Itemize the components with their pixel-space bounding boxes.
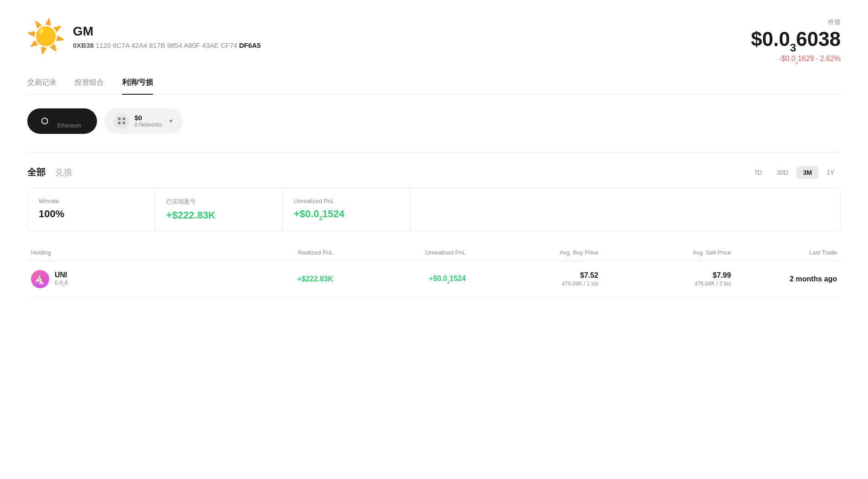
tab-pnl[interactable]: 利润/亏损 (122, 78, 153, 95)
winrate-cell: Winrate 100% (28, 189, 155, 230)
col-avg-buy: Avg. Buy Price (470, 249, 602, 256)
ethereum-filter-button[interactable]: ⬡ $0.036038 Ethereum (27, 108, 97, 134)
header: ☀️ GM 0XB38 1120 6C7A 42A4 817B 9854 A80… (27, 18, 841, 78)
winrate-value: 100% (39, 208, 144, 220)
address-middle: 1120 6C7A 42A4 817B 9854 A80F 43AE CF74 (96, 41, 237, 49)
avg-sell-value: $7.99 476.04K / 2 txs (602, 271, 735, 287)
tab-transactions[interactable]: 交易记录 (27, 78, 56, 95)
tabs: 交易记录 投资组合 利润/亏损 (27, 78, 841, 95)
eth-icon: ⬡ (36, 113, 53, 129)
time-filters: 7D 30D 3M 1Y (748, 166, 841, 179)
grid-icon (113, 113, 130, 129)
col-avg-sell: Avg. Sell Price (602, 249, 735, 256)
eth-filter-label: Ethereum (57, 122, 81, 129)
unrealized-pnl-cell: Unrealized PnL +$0.031524 (283, 189, 410, 230)
header-left: ☀️ GM 0XB38 1120 6C7A 42A4 817B 9854 A80… (27, 18, 260, 55)
unrealized-label: Unrealized PnL (294, 198, 399, 204)
network-filter-button[interactable]: $0 0 Networks ▼ (104, 108, 183, 134)
address-suffix: DF6A5 (239, 41, 261, 49)
col-last-trade: Last Trade (735, 249, 841, 256)
holding-cell: 🦄 UNI 0.046 (27, 270, 204, 288)
price-change-subscript: 4 (796, 61, 798, 65)
price-subscript: 3 (790, 41, 796, 54)
section-tabs: 全部 兑换 (27, 166, 73, 178)
token-address: 0XB38 1120 6C7A 42A4 817B 9854 A80F 43AE… (73, 41, 260, 49)
section-header: 全部 兑换 7D 30D 3M 1Y (27, 166, 841, 179)
filter-row: ⬡ $0.036038 Ethereum $0 0 Ne (27, 108, 841, 134)
divider (27, 152, 841, 153)
section-tab-exchange[interactable]: 兑换 (55, 166, 73, 178)
col-unrealized-pnl: Unrealized PnL (337, 249, 469, 256)
header-right: 价值 $0.036038 -$0.041629 · 2.62% (751, 18, 841, 64)
price-change: -$0.041629 · 2.62% (751, 55, 841, 64)
token-info: GM 0XB38 1120 6C7A 42A4 817B 9854 A80F 4… (73, 24, 260, 50)
network-filter-label: 0 Networks (134, 122, 162, 128)
unrealized-value: +$0.031524 (294, 208, 399, 221)
col-holding: Holding (27, 249, 204, 256)
token-name: GM (73, 24, 260, 39)
network-filter-text: $0 0 Networks (134, 114, 162, 128)
realized-label: 已实现盈亏 (166, 198, 271, 206)
stats-row: Winrate 100% 已实现盈亏 +$222.83K Unrealized … (27, 188, 841, 231)
network-filter-value: $0 (134, 114, 142, 122)
time-7d[interactable]: 7D (748, 166, 769, 179)
realized-pnl-value: +$222.83K (204, 275, 337, 283)
avg-buy-value: $7.52 476.04K / 1 txs (470, 271, 602, 287)
empty-stat-cell (410, 189, 840, 230)
tab-portfolio[interactable]: 投资组合 (75, 78, 104, 95)
winrate-label: Winrate (39, 198, 144, 204)
table-header: Holding Realized PnL Unrealized PnL Avg.… (27, 245, 841, 261)
price-label: 价值 (751, 18, 841, 26)
time-3m[interactable]: 3M (797, 166, 818, 179)
token-symbol: UNI (55, 271, 68, 279)
main-container: ☀️ GM 0XB38 1120 6C7A 42A4 817B 9854 A80… (0, 0, 868, 479)
time-30d[interactable]: 30D (771, 166, 795, 179)
realized-value: +$222.83K (166, 209, 271, 221)
price-main: $0.036038 (751, 28, 841, 53)
unrealized-pnl-value: +$0.031524 (337, 275, 469, 284)
section-tab-all[interactable]: 全部 (27, 166, 46, 178)
address-prefix: 0XB38 (73, 41, 94, 49)
col-realized-pnl: Realized PnL (204, 249, 337, 256)
time-1y[interactable]: 1Y (820, 166, 841, 179)
last-trade-value: 2 months ago (735, 275, 841, 283)
eth-filter-value: $0.036038 (57, 113, 88, 122)
uni-logo: 🦄 (31, 270, 49, 288)
token-icon: ☀️ (27, 18, 64, 55)
eth-filter-text: $0.036038 Ethereum (57, 113, 88, 129)
table-row: 🦄 UNI 0.046 +$222.83K +$0.031524 $7.52 4… (27, 261, 841, 298)
token-amount: 0.046 (55, 279, 68, 287)
realized-pnl-cell: 已实现盈亏 +$222.83K (155, 189, 283, 230)
chevron-down-icon: ▼ (168, 118, 174, 124)
